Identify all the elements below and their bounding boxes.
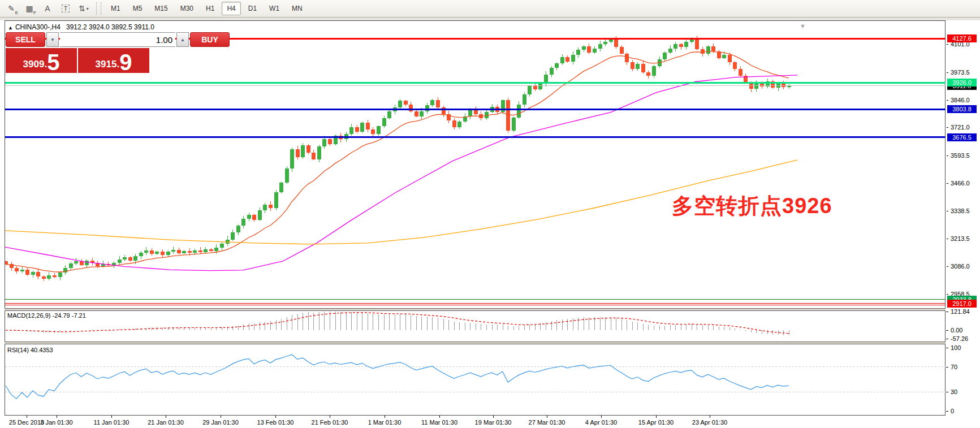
rsi-label: RSI(14) 40.4353 bbox=[7, 347, 53, 353]
price-axis[interactable]: 4101.03973.53846.03721.03593.53466.03338… bbox=[947, 0, 980, 428]
date-label: 21 Feb 01:30 bbox=[312, 419, 348, 426]
timeframe-button-M5[interactable]: M5 bbox=[128, 2, 148, 15]
timeframe-button-W1[interactable]: W1 bbox=[264, 2, 284, 15]
price-tick bbox=[947, 44, 948, 45]
indicator-tick-label: 30 bbox=[951, 388, 957, 395]
indicator-tick bbox=[946, 339, 948, 339]
chart-title: CHINA300-,H4 bbox=[15, 23, 61, 31]
date-tick bbox=[275, 416, 276, 418]
date-tick bbox=[547, 416, 547, 418]
price-tick-label: 3973.5 bbox=[951, 69, 970, 76]
date-label: 19 Mar 01:30 bbox=[475, 419, 512, 426]
toolbar-separator bbox=[96, 2, 101, 15]
date-tick bbox=[330, 416, 330, 418]
date-label: 29 Jan 01:30 bbox=[202, 419, 239, 426]
price-tick-label: 3086.0 bbox=[951, 263, 970, 270]
macd-histogram bbox=[6, 312, 789, 335]
date-axis[interactable]: 25 Dec 20183 Jan 01:3011 Jan 01:3021 Jan… bbox=[5, 416, 946, 428]
one-click-trade-panel: SELL ▼ ▲ BUY 3909.5 3915.9 bbox=[6, 32, 149, 73]
indicator-tick bbox=[946, 330, 948, 331]
indicator-tick-label: -57.26 bbox=[951, 335, 968, 342]
price-tick-label: 3213.5 bbox=[951, 235, 970, 242]
level-lines-layer bbox=[5, 38, 946, 305]
price-level-badge: 3926.0 bbox=[947, 79, 977, 87]
chart-ohlc: 3912.2 3924.0 3892.5 3911.0 bbox=[66, 23, 154, 31]
bid-price-display[interactable]: 3909.5 bbox=[6, 48, 77, 73]
indicator-tick bbox=[946, 411, 948, 412]
price-tick bbox=[947, 155, 948, 156]
price-tick-label: 3721.0 bbox=[951, 124, 970, 131]
arrows-tool-icon[interactable]: ⇅▾ bbox=[75, 1, 92, 16]
price-tick-label: 3338.5 bbox=[951, 207, 970, 214]
fibonacci-icon[interactable]: ▦F bbox=[21, 1, 38, 16]
date-label: 4 Apr 01:30 bbox=[585, 419, 617, 426]
date-label: 3 Jan 01:30 bbox=[40, 419, 73, 426]
indicator-tick-label: 0 bbox=[951, 408, 954, 414]
date-label: 15 Apr 01:30 bbox=[638, 419, 674, 426]
price-level-badge: 2917.0 bbox=[947, 300, 977, 308]
price-tick-label: 3466.0 bbox=[951, 180, 970, 187]
timeframe-group: M1M5M15M30H1H4D1W1MN bbox=[105, 2, 309, 15]
date-tick bbox=[601, 416, 602, 418]
date-label: 25 Dec 2018 bbox=[9, 419, 44, 426]
timeframe-button-MN[interactable]: MN bbox=[287, 2, 308, 15]
date-tick bbox=[385, 416, 385, 418]
date-label: 13 Feb 01:30 bbox=[257, 419, 294, 426]
text-box-icon[interactable]: T bbox=[57, 1, 74, 16]
chart-header: ▲CHINA300-,H43912.2 3924.0 3892.5 3911.0 bbox=[8, 23, 154, 31]
date-tick bbox=[27, 416, 27, 418]
price-level-badge: 3803.8 bbox=[947, 105, 977, 113]
macd-pane-canvas[interactable] bbox=[5, 310, 946, 341]
date-label: 27 Mar 01:30 bbox=[529, 419, 565, 426]
ask-price-display[interactable]: 3915.9 bbox=[78, 48, 149, 73]
price-tick bbox=[947, 239, 948, 239]
date-tick bbox=[111, 416, 112, 418]
timeframe-button-M30[interactable]: M30 bbox=[175, 2, 198, 15]
date-tick bbox=[656, 416, 657, 418]
timeframe-button-M1[interactable]: M1 bbox=[106, 2, 126, 15]
collapse-panel-icon[interactable]: ▲ bbox=[8, 25, 13, 31]
price-tick bbox=[947, 72, 948, 73]
ma-fast-line bbox=[6, 51, 789, 272]
volume-input[interactable] bbox=[60, 32, 175, 47]
date-tick bbox=[439, 416, 440, 418]
timeframe-button-H1[interactable]: H1 bbox=[201, 2, 219, 15]
rsi-pane-canvas[interactable] bbox=[5, 344, 946, 416]
drawing-tools-group: ✎E▦FAT⇅▾ bbox=[2, 1, 93, 16]
price-tick bbox=[947, 183, 948, 184]
scroll-to-end-icon[interactable]: ▼ bbox=[800, 23, 806, 29]
toolbar: ✎E▦FAT⇅▾ M1M5M15M30H1H4D1W1MN bbox=[0, 0, 980, 18]
date-tick bbox=[710, 416, 710, 418]
date-tick bbox=[166, 416, 166, 418]
buy-button[interactable]: BUY bbox=[190, 32, 230, 47]
sell-button[interactable]: SELL bbox=[6, 32, 45, 47]
indicator-tick bbox=[946, 392, 948, 392]
date-tick bbox=[221, 416, 221, 418]
price-tick bbox=[947, 211, 948, 211]
ask-price-big-digit: 9 bbox=[119, 53, 132, 72]
volume-decrease-button[interactable]: ▼ bbox=[46, 32, 59, 47]
volume-increase-button[interactable]: ▲ bbox=[176, 32, 189, 47]
date-label: 11 Jan 01:30 bbox=[94, 419, 129, 426]
trading-terminal: ✎E▦FAT⇅▾ M1M5M15M30H1H4D1W1MN ▲CHINA300-… bbox=[0, 0, 980, 428]
indicator-tick-label: 100 bbox=[951, 344, 961, 351]
price-tick-label: 3846.0 bbox=[951, 97, 970, 103]
date-tick bbox=[57, 416, 57, 418]
indicator-tick bbox=[946, 367, 948, 368]
draw-channel-icon[interactable]: ✎E bbox=[3, 1, 20, 16]
price-tick bbox=[947, 294, 948, 295]
date-label: 21 Jan 01:30 bbox=[148, 419, 184, 426]
price-tick-label: 3593.5 bbox=[951, 152, 970, 159]
price-tick bbox=[947, 100, 948, 101]
indicator-tick-label: 70 bbox=[951, 364, 957, 370]
text-label-icon[interactable]: A bbox=[39, 1, 56, 16]
bid-price-main: 3909. bbox=[23, 59, 48, 69]
timeframe-button-M15[interactable]: M15 bbox=[149, 2, 172, 15]
price-axis-main-scale: 4101.03973.53846.03721.03593.53466.03338… bbox=[947, 20, 980, 308]
bid-price-big-digit: 5 bbox=[47, 53, 59, 72]
moving-averages-layer bbox=[5, 51, 797, 272]
macd-label: MACD(12,26,9) -24.79 -7.21 bbox=[7, 312, 86, 319]
timeframe-button-H4[interactable]: H4 bbox=[222, 2, 240, 15]
timeframe-button-D1[interactable]: D1 bbox=[243, 2, 262, 15]
indicator-tick bbox=[946, 312, 948, 312]
